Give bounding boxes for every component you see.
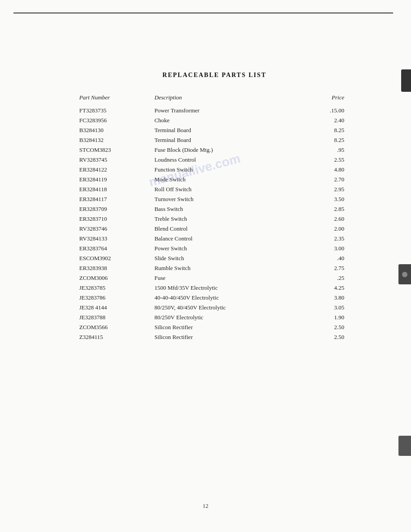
cell-price: 3.05 bbox=[313, 303, 353, 313]
table-row: ER3283709Bass Switch2.85 bbox=[76, 204, 353, 214]
table-row: JE328 414480/250V, 40/450V Electrolytic3… bbox=[76, 303, 353, 313]
cell-description: Terminal Board bbox=[151, 125, 313, 135]
cell-description: Terminal Board bbox=[151, 135, 313, 145]
table-row: RV3284133Balance Control2.35 bbox=[76, 234, 353, 244]
cell-price: 2.60 bbox=[313, 214, 353, 224]
table-row: JE328378880/250V Electrolytic1.90 bbox=[76, 313, 353, 322]
cell-price: .15.00 bbox=[313, 106, 353, 116]
cell-price: 2.50 bbox=[313, 332, 353, 342]
cell-description: Balance Control bbox=[151, 234, 313, 244]
table-row: ESCOM3902Slide Switch.40 bbox=[76, 253, 353, 263]
cell-price: 3.50 bbox=[313, 194, 353, 204]
table-row: ZCOM3566Silicon Rectifier2.50 bbox=[76, 322, 353, 332]
cell-price: 3.80 bbox=[313, 293, 353, 303]
cell-price: 1.90 bbox=[313, 313, 353, 322]
cell-description: Fuse bbox=[151, 273, 313, 283]
right-tab-top bbox=[401, 69, 411, 92]
cell-price: 4.80 bbox=[313, 165, 353, 175]
cell-part-number: B3284132 bbox=[76, 135, 151, 145]
cell-part-number: ER3283764 bbox=[76, 244, 151, 253]
table-row: ER3283938Rumble Switch2.75 bbox=[76, 263, 353, 273]
cell-description: Turnover Switch bbox=[151, 194, 313, 204]
cell-description: Treble Switch bbox=[151, 214, 313, 224]
cell-part-number: ZCOM3566 bbox=[76, 322, 151, 332]
table-row: ER3284122Function Switch4.80 bbox=[76, 165, 353, 175]
cell-part-number: JE3283788 bbox=[76, 313, 151, 322]
cell-part-number: ER3283938 bbox=[76, 263, 151, 273]
table-row: RV3283746Blend Control2.00 bbox=[76, 224, 353, 234]
cell-description: Function Switch bbox=[151, 165, 313, 175]
cell-description: 40-40-40/450V Electrolytic bbox=[151, 293, 313, 303]
cell-price: .95 bbox=[313, 145, 353, 155]
cell-part-number: ER3283710 bbox=[76, 214, 151, 224]
right-tab-bottom bbox=[398, 436, 411, 456]
table-header-row: Part Number Description Price bbox=[76, 92, 353, 106]
cell-price: .40 bbox=[313, 253, 353, 263]
page-title: REPLACEABLE PARTS LIST bbox=[54, 72, 375, 79]
cell-part-number: ER3284117 bbox=[76, 194, 151, 204]
cell-part-number: ER3283709 bbox=[76, 204, 151, 214]
cell-description: Slide Switch bbox=[151, 253, 313, 263]
cell-price: 3.00 bbox=[313, 244, 353, 253]
cell-price: 2.40 bbox=[313, 116, 353, 125]
cell-price: 2.00 bbox=[313, 224, 353, 234]
table-row: ER3284117Turnover Switch3.50 bbox=[76, 194, 353, 204]
col-header-description: Description bbox=[151, 92, 313, 106]
cell-description: Silicon Rectifier bbox=[151, 332, 313, 342]
cell-price: 2.55 bbox=[313, 155, 353, 165]
parts-table: Part Number Description Price FT3283735P… bbox=[76, 92, 353, 342]
table-row: ER3283710Treble Switch2.60 bbox=[76, 214, 353, 224]
cell-description: 1500 Mfd/35V Electrolytic bbox=[151, 283, 313, 293]
page: manuallive.com REPLACEABLE PARTS LIST Pa… bbox=[0, 0, 411, 532]
cell-part-number: ER3284118 bbox=[76, 184, 151, 194]
table-row: B3284132Terminal Board8.25 bbox=[76, 135, 353, 145]
cell-part-number: Z3284115 bbox=[76, 332, 151, 342]
table-row: ER3284119Mode Switch2.70 bbox=[76, 175, 353, 184]
cell-part-number: RV3284133 bbox=[76, 234, 151, 244]
cell-price: .25 bbox=[313, 273, 353, 283]
table-row: RV3283745Loudness Control2.55 bbox=[76, 155, 353, 165]
cell-part-number: JE328 4144 bbox=[76, 303, 151, 313]
col-header-price: Price bbox=[313, 92, 353, 106]
cell-part-number: ZCOM3006 bbox=[76, 273, 151, 283]
cell-description: Mode Switch bbox=[151, 175, 313, 184]
table-row: FT3283735Power Transformer.15.00 bbox=[76, 106, 353, 116]
cell-description: Fuse Block (Diode Mtg.) bbox=[151, 145, 313, 155]
page-number: 12 bbox=[203, 502, 209, 510]
cell-part-number: FT3283735 bbox=[76, 106, 151, 116]
cell-price: 2.95 bbox=[313, 184, 353, 194]
cell-description: 80/250V Electrolytic bbox=[151, 313, 313, 322]
cell-description: Power Transformer bbox=[151, 106, 313, 116]
cell-description: 80/250V, 40/450V Electrolytic bbox=[151, 303, 313, 313]
cell-price: 2.75 bbox=[313, 263, 353, 273]
table-row: ER3284118Roll Off Switch2.95 bbox=[76, 184, 353, 194]
table-row: FC3283956Choke2.40 bbox=[76, 116, 353, 125]
cell-price: 2.50 bbox=[313, 322, 353, 332]
cell-description: Bass Switch bbox=[151, 204, 313, 214]
cell-price: 2.70 bbox=[313, 175, 353, 184]
cell-description: Silicon Rectifier bbox=[151, 322, 313, 332]
table-row: JE328378640-40-40/450V Electrolytic3.80 bbox=[76, 293, 353, 303]
cell-part-number: RV3283745 bbox=[76, 155, 151, 165]
cell-description: Loudness Control bbox=[151, 155, 313, 165]
table-row: Z3284115Silicon Rectifier2.50 bbox=[76, 332, 353, 342]
cell-price: 8.25 bbox=[313, 135, 353, 145]
cell-part-number: RV3283746 bbox=[76, 224, 151, 234]
right-tab-mid bbox=[398, 264, 411, 284]
table-row: B3284130Terminal Board8.25 bbox=[76, 125, 353, 135]
cell-part-number: ER3284122 bbox=[76, 165, 151, 175]
cell-description: Blend Control bbox=[151, 224, 313, 234]
cell-price: 2.35 bbox=[313, 234, 353, 244]
cell-part-number: B3284130 bbox=[76, 125, 151, 135]
cell-part-number: STCOM3823 bbox=[76, 145, 151, 155]
table-row: ZCOM3006Fuse.25 bbox=[76, 273, 353, 283]
table-row: JE32837851500 Mfd/35V Electrolytic4.25 bbox=[76, 283, 353, 293]
cell-part-number: FC3283956 bbox=[76, 116, 151, 125]
table-row: ER3283764Power Switch3.00 bbox=[76, 244, 353, 253]
col-header-part-number: Part Number bbox=[76, 92, 151, 106]
cell-price: 4.25 bbox=[313, 283, 353, 293]
cell-part-number: ESCOM3902 bbox=[76, 253, 151, 263]
cell-description: Rumble Switch bbox=[151, 263, 313, 273]
cell-part-number: JE3283786 bbox=[76, 293, 151, 303]
cell-description: Roll Off Switch bbox=[151, 184, 313, 194]
